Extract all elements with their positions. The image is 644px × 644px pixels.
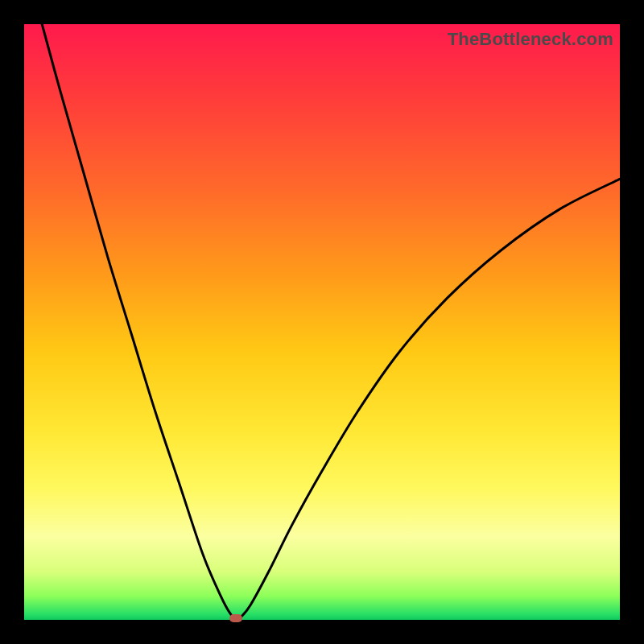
- plot-area: TheBottleneck.com: [24, 24, 620, 620]
- curve-svg: [24, 24, 620, 620]
- bottleneck-curve: [42, 24, 620, 619]
- minimum-marker: [229, 614, 242, 622]
- chart-frame: TheBottleneck.com: [0, 0, 644, 644]
